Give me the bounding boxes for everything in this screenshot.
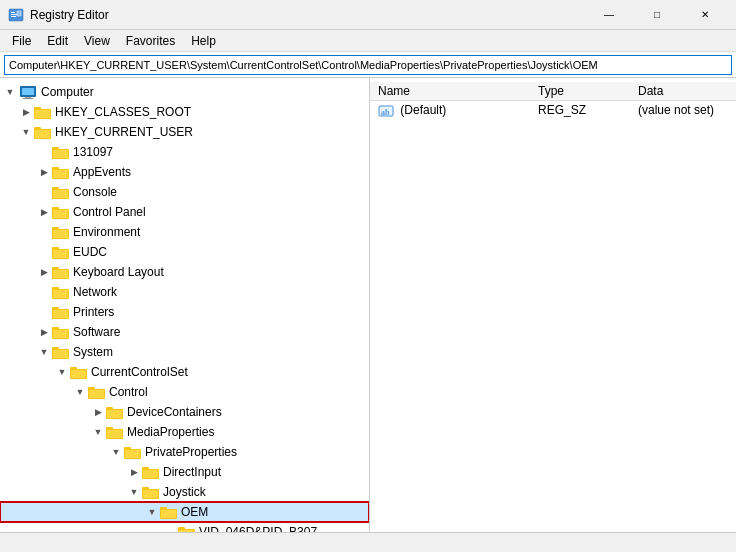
svg-rect-59 bbox=[107, 430, 122, 438]
control-label: Control bbox=[109, 385, 148, 399]
tree-item-131097[interactable]: 131097 bbox=[0, 142, 369, 162]
expand-icon: ▶ bbox=[90, 404, 106, 420]
expand-icon: ▼ bbox=[126, 484, 142, 500]
tree-panel[interactable]: ▼ Computer ▶ HKEY_CLASSES_ROOT ▼ bbox=[0, 78, 370, 532]
tree-item-devicecontainers[interactable]: ▶ DeviceContainers bbox=[0, 402, 369, 422]
tree-item-hkcu[interactable]: ▼ HKEY_CURRENT_USER bbox=[0, 122, 369, 142]
close-button[interactable]: ✕ bbox=[682, 0, 728, 30]
tree-item-oem[interactable]: ▼ OEM bbox=[0, 502, 369, 522]
tree-item-mediaproperties[interactable]: ▼ MediaProperties bbox=[0, 422, 369, 442]
svg-rect-6 bbox=[22, 88, 34, 95]
folder-icon bbox=[52, 205, 70, 219]
svg-rect-50 bbox=[71, 370, 86, 378]
svg-rect-56 bbox=[107, 410, 122, 418]
folder-icon bbox=[178, 525, 196, 532]
tree-item-appevents[interactable]: ▶ AppEvents bbox=[0, 162, 369, 182]
folder-icon bbox=[142, 465, 160, 479]
tree-item-controlpanel[interactable]: ▶ Control Panel bbox=[0, 202, 369, 222]
address-bar bbox=[0, 52, 736, 78]
address-input[interactable] bbox=[4, 55, 732, 75]
folder-open-icon bbox=[88, 385, 106, 399]
expand-icon: ▼ bbox=[54, 364, 70, 380]
tree-item-system[interactable]: ▼ System bbox=[0, 342, 369, 362]
tree-item-software[interactable]: ▶ Software bbox=[0, 322, 369, 342]
col-data[interactable]: Data bbox=[630, 82, 736, 101]
menu-file[interactable]: File bbox=[4, 32, 39, 50]
tree-item-currentcontrolset[interactable]: ▼ CurrentControlSet bbox=[0, 362, 369, 382]
main-layout: ▼ Computer ▶ HKEY_CLASSES_ROOT ▼ bbox=[0, 78, 736, 532]
svg-text:ab: ab bbox=[381, 108, 390, 117]
title-bar: Registry Editor — □ ✕ bbox=[0, 0, 736, 30]
row-type: REG_SZ bbox=[530, 101, 630, 120]
svg-rect-14 bbox=[35, 130, 50, 138]
tree-item-network[interactable]: Network bbox=[0, 282, 369, 302]
expand-icon: ▼ bbox=[72, 384, 88, 400]
computer-icon bbox=[18, 84, 38, 100]
expand-icon: ▼ bbox=[2, 84, 18, 100]
folder-icon bbox=[52, 245, 70, 259]
maximize-button[interactable]: □ bbox=[634, 0, 680, 30]
directinput-label: DirectInput bbox=[163, 465, 221, 479]
svg-rect-44 bbox=[53, 330, 68, 338]
devicecontainers-label: DeviceContainers bbox=[127, 405, 222, 419]
tree-item-directinput[interactable]: ▶ DirectInput bbox=[0, 462, 369, 482]
tree-item-environment[interactable]: Environment bbox=[0, 222, 369, 242]
controlpanel-label: Control Panel bbox=[73, 205, 146, 219]
tree-item-computer[interactable]: ▼ Computer bbox=[0, 82, 369, 102]
app-title: Registry Editor bbox=[30, 8, 109, 22]
svg-rect-65 bbox=[143, 470, 158, 478]
folder-open-icon bbox=[142, 485, 160, 499]
svg-rect-38 bbox=[53, 290, 68, 298]
svg-rect-20 bbox=[53, 170, 68, 178]
window-controls: — □ ✕ bbox=[586, 0, 728, 30]
menu-bar: File Edit View Favorites Help bbox=[0, 30, 736, 52]
environment-label: Environment bbox=[73, 225, 140, 239]
svg-rect-74 bbox=[179, 530, 194, 532]
reg-string-icon: ab bbox=[378, 104, 394, 118]
tree-item-printers[interactable]: Printers bbox=[0, 302, 369, 322]
svg-rect-26 bbox=[53, 210, 68, 218]
folder-icon bbox=[52, 145, 70, 159]
folder-open-icon bbox=[34, 125, 52, 139]
tree-item-privateproperties[interactable]: ▼ PrivateProperties bbox=[0, 442, 369, 462]
svg-rect-41 bbox=[53, 310, 68, 318]
expand-icon: ▼ bbox=[90, 424, 106, 440]
table-row[interactable]: ab (Default) REG_SZ (value not set) bbox=[370, 101, 736, 120]
tree-item-joystick[interactable]: ▼ Joystick bbox=[0, 482, 369, 502]
folder-icon bbox=[52, 225, 70, 239]
expand-icon: ▼ bbox=[108, 444, 124, 460]
folder-icon bbox=[52, 285, 70, 299]
col-name[interactable]: Name bbox=[370, 82, 530, 101]
svg-rect-1 bbox=[11, 12, 15, 13]
tree-item-vid1[interactable]: VID_046D&PID_B307 bbox=[0, 522, 369, 532]
svg-rect-3 bbox=[11, 16, 16, 17]
menu-favorites[interactable]: Favorites bbox=[118, 32, 183, 50]
folder-icon bbox=[34, 105, 52, 119]
oem-label: OEM bbox=[181, 505, 208, 519]
svg-rect-35 bbox=[53, 270, 68, 278]
folder-open-icon bbox=[124, 445, 142, 459]
svg-rect-23 bbox=[53, 190, 68, 198]
row-name: ab (Default) bbox=[370, 101, 530, 120]
expand-icon: ▶ bbox=[36, 264, 52, 280]
menu-view[interactable]: View bbox=[76, 32, 118, 50]
menu-edit[interactable]: Edit bbox=[39, 32, 76, 50]
vid1-label: VID_046D&PID_B307 bbox=[199, 525, 317, 532]
tree-item-console[interactable]: Console bbox=[0, 182, 369, 202]
details-panel: Name Type Data ab (Default) REG_SZ (val bbox=[370, 78, 736, 532]
appevents-label: AppEvents bbox=[73, 165, 131, 179]
folder-icon bbox=[52, 165, 70, 179]
menu-help[interactable]: Help bbox=[183, 32, 224, 50]
folder-open-icon bbox=[70, 365, 88, 379]
tree-item-keyboardlayout[interactable]: ▶ Keyboard Layout bbox=[0, 262, 369, 282]
folder-open-icon bbox=[160, 505, 178, 519]
printers-label: Printers bbox=[73, 305, 114, 319]
expand-icon: ▶ bbox=[36, 164, 52, 180]
tree-item-eudc[interactable]: EUDC bbox=[0, 242, 369, 262]
col-type[interactable]: Type bbox=[530, 82, 630, 101]
status-bar bbox=[0, 532, 736, 552]
tree-item-control[interactable]: ▼ Control bbox=[0, 382, 369, 402]
minimize-button[interactable]: — bbox=[586, 0, 632, 30]
svg-rect-29 bbox=[53, 230, 68, 238]
tree-item-hkclasses[interactable]: ▶ HKEY_CLASSES_ROOT bbox=[0, 102, 369, 122]
